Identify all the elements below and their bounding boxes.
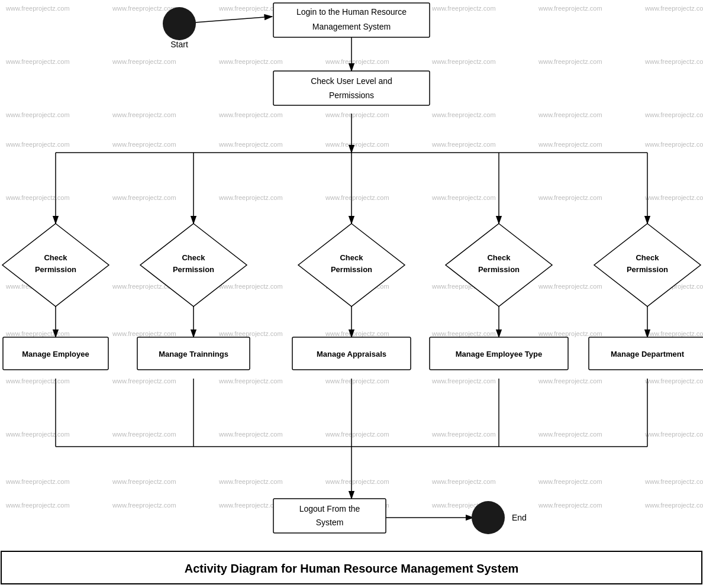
svg-text:www.freeprojectz.com: www.freeprojectz.com: [644, 431, 703, 438]
svg-text:www.freeprojectz.com: www.freeprojectz.com: [644, 194, 703, 201]
svg-text:www.freeprojectz.com: www.freeprojectz.com: [112, 5, 176, 12]
svg-text:www.freeprojectz.com: www.freeprojectz.com: [538, 431, 602, 438]
diamond-1-text2: Permission: [35, 265, 76, 274]
svg-text:www.freeprojectz.com: www.freeprojectz.com: [325, 111, 389, 118]
diamond-5-text1: Check: [636, 253, 659, 262]
svg-text:www.freeprojectz.com: www.freeprojectz.com: [5, 141, 70, 148]
svg-text:www.freeprojectz.com: www.freeprojectz.com: [431, 478, 496, 485]
svg-text:www.freeprojectz.com: www.freeprojectz.com: [325, 141, 389, 148]
svg-text:www.freeprojectz.com: www.freeprojectz.com: [112, 377, 176, 385]
svg-text:www.freeprojectz.com: www.freeprojectz.com: [538, 377, 602, 385]
logout-text2: System: [316, 518, 344, 527]
activity-diagram: www.freeprojectz.com www.freeprojectz.co…: [0, 0, 703, 588]
diagram-container: www.freeprojectz.com www.freeprojectz.co…: [0, 0, 703, 588]
svg-text:www.freeprojectz.com: www.freeprojectz.com: [431, 141, 496, 148]
svg-text:www.freeprojectz.com: www.freeprojectz.com: [325, 58, 389, 65]
svg-text:www.freeprojectz.com: www.freeprojectz.com: [218, 141, 283, 148]
svg-text:www.freeprojectz.com: www.freeprojectz.com: [325, 194, 389, 201]
svg-text:www.freeprojectz.com: www.freeprojectz.com: [644, 58, 703, 65]
svg-text:www.freeprojectz.com: www.freeprojectz.com: [538, 5, 602, 12]
svg-text:www.freeprojectz.com: www.freeprojectz.com: [218, 111, 283, 118]
svg-text:www.freeprojectz.com: www.freeprojectz.com: [644, 478, 703, 485]
manage-appraisals-text: Manage Appraisals: [317, 350, 386, 358]
login-text-line1: Login to the Human Resource: [296, 7, 407, 17]
svg-text:www.freeprojectz.com: www.freeprojectz.com: [538, 330, 602, 337]
svg-text:www.freeprojectz.com: www.freeprojectz.com: [431, 431, 496, 438]
end-circle: [472, 501, 505, 534]
diamond-4-text1: Check: [487, 253, 511, 262]
svg-text:www.freeprojectz.com: www.freeprojectz.com: [325, 431, 389, 438]
svg-text:www.freeprojectz.com: www.freeprojectz.com: [218, 283, 283, 290]
svg-text:www.freeprojectz.com: www.freeprojectz.com: [218, 58, 283, 65]
logout-text1: Logout From the: [299, 504, 360, 513]
svg-text:www.freeprojectz.com: www.freeprojectz.com: [5, 478, 70, 485]
svg-text:www.freeprojectz.com: www.freeprojectz.com: [538, 194, 602, 201]
login-text-line2: Management System: [312, 22, 391, 31]
svg-text:www.freeprojectz.com: www.freeprojectz.com: [431, 330, 496, 337]
start-circle: [163, 7, 196, 40]
svg-text:www.freeprojectz.com: www.freeprojectz.com: [112, 431, 176, 438]
svg-text:www.freeprojectz.com: www.freeprojectz.com: [218, 194, 283, 201]
check-user-text1: Check User Level and: [311, 76, 392, 86]
svg-text:www.freeprojectz.com: www.freeprojectz.com: [218, 431, 283, 438]
end-label: End: [512, 513, 527, 522]
check-user-text2: Permissions: [329, 91, 374, 100]
svg-text:www.freeprojectz.com: www.freeprojectz.com: [644, 377, 703, 385]
svg-text:www.freeprojectz.com: www.freeprojectz.com: [5, 194, 70, 201]
manage-trainings-text: Manage Trainnings: [159, 350, 228, 358]
manage-employee-text: Manage Employee: [22, 350, 89, 358]
svg-text:www.freeprojectz.com: www.freeprojectz.com: [538, 478, 602, 485]
diamond-1-text1: Check: [44, 253, 67, 262]
svg-text:www.freeprojectz.com: www.freeprojectz.com: [431, 58, 496, 65]
svg-text:www.freeprojectz.com: www.freeprojectz.com: [5, 58, 70, 65]
diagram-title: Activity Diagram for Human Resource Mana…: [185, 562, 519, 575]
diamond-2-text2: Permission: [173, 265, 214, 274]
svg-text:www.freeprojectz.com: www.freeprojectz.com: [112, 478, 176, 485]
svg-text:www.freeprojectz.com: www.freeprojectz.com: [5, 5, 70, 12]
diamond-2-text1: Check: [182, 253, 205, 262]
svg-text:www.freeprojectz.com: www.freeprojectz.com: [644, 5, 703, 12]
svg-text:www.freeprojectz.com: www.freeprojectz.com: [218, 377, 283, 385]
svg-text:www.freeprojectz.com: www.freeprojectz.com: [5, 502, 70, 509]
svg-text:www.freeprojectz.com: www.freeprojectz.com: [431, 377, 496, 385]
svg-text:www.freeprojectz.com: www.freeprojectz.com: [218, 478, 283, 485]
svg-text:www.freeprojectz.com: www.freeprojectz.com: [112, 502, 176, 509]
svg-text:www.freeprojectz.com: www.freeprojectz.com: [431, 194, 496, 201]
svg-text:www.freeprojectz.com: www.freeprojectz.com: [431, 5, 496, 12]
svg-text:www.freeprojectz.com: www.freeprojectz.com: [325, 377, 389, 385]
svg-text:www.freeprojectz.com: www.freeprojectz.com: [112, 58, 176, 65]
svg-text:www.freeprojectz.com: www.freeprojectz.com: [5, 330, 70, 337]
svg-text:www.freeprojectz.com: www.freeprojectz.com: [644, 111, 703, 118]
svg-text:www.freeprojectz.com: www.freeprojectz.com: [112, 330, 176, 337]
start-label: Start: [170, 40, 188, 49]
svg-text:www.freeprojectz.com: www.freeprojectz.com: [644, 330, 703, 337]
svg-text:www.freeprojectz.com: www.freeprojectz.com: [5, 111, 70, 118]
svg-text:www.freeprojectz.com: www.freeprojectz.com: [112, 194, 176, 201]
manage-employee-type-text: Manage Employee Type: [456, 350, 542, 358]
svg-text:www.freeprojectz.com: www.freeprojectz.com: [538, 58, 602, 65]
svg-text:www.freeprojectz.com: www.freeprojectz.com: [538, 111, 602, 118]
svg-text:www.freeprojectz.com: www.freeprojectz.com: [325, 478, 389, 485]
diamond-4-text2: Permission: [478, 265, 520, 274]
svg-text:www.freeprojectz.com: www.freeprojectz.com: [5, 377, 70, 385]
svg-text:www.freeprojectz.com: www.freeprojectz.com: [431, 111, 496, 118]
svg-text:www.freeprojectz.com: www.freeprojectz.com: [644, 141, 703, 148]
svg-text:www.freeprojectz.com: www.freeprojectz.com: [218, 330, 283, 337]
diamond-3-text1: Check: [340, 253, 363, 262]
svg-text:www.freeprojectz.com: www.freeprojectz.com: [325, 330, 389, 337]
svg-text:www.freeprojectz.com: www.freeprojectz.com: [112, 141, 176, 148]
manage-department-text: Manage Department: [611, 350, 685, 358]
svg-text:www.freeprojectz.com: www.freeprojectz.com: [112, 111, 176, 118]
diamond-5-text2: Permission: [627, 265, 668, 274]
svg-text:www.freeprojectz.com: www.freeprojectz.com: [538, 283, 602, 290]
diamond-3-text2: Permission: [331, 265, 372, 274]
svg-text:www.freeprojectz.com: www.freeprojectz.com: [538, 502, 602, 509]
svg-text:www.freeprojectz.com: www.freeprojectz.com: [5, 431, 70, 438]
svg-text:www.freeprojectz.com: www.freeprojectz.com: [538, 141, 602, 148]
svg-text:www.freeprojectz.com: www.freeprojectz.com: [644, 502, 703, 509]
